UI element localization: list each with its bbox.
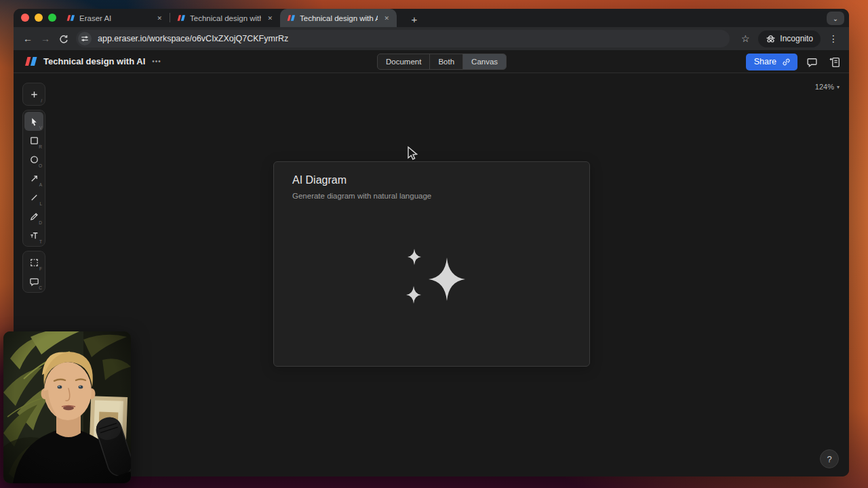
tool-shortcut: R <box>39 144 42 149</box>
incognito-icon <box>766 34 776 43</box>
view-mode-toggle: Document Both Canvas <box>377 54 507 70</box>
reload-icon[interactable] <box>54 30 72 47</box>
comment-icon <box>29 277 39 287</box>
browser-menu-icon[interactable]: ⋮ <box>825 30 842 47</box>
tool-shortcut: / <box>41 98 42 103</box>
zoom-level: 124% <box>815 83 834 91</box>
app-header: Technical design with AI ••• Document Bo… <box>14 50 849 73</box>
minimize-window-button[interactable] <box>35 14 43 22</box>
line-tool-button[interactable]: L <box>24 188 43 207</box>
bookmark-star-icon[interactable]: ☆ <box>736 30 754 47</box>
add-tool-button[interactable]: / <box>24 85 43 104</box>
notes-panel-icon[interactable] <box>826 53 844 70</box>
ellipse-tool-button[interactable]: O <box>24 150 43 169</box>
traffic-lights <box>21 14 56 22</box>
tab-strip: Eraser AI ✕ Technical design with AI — E… <box>14 9 849 27</box>
tool-shortcut: V <box>39 125 42 130</box>
circle-icon <box>29 155 39 165</box>
tab-search-chevron-icon[interactable]: ⌄ <box>827 12 844 25</box>
url-text: app.eraser.io/workspace/o6vCIxZXojQ7CKFy… <box>98 34 288 43</box>
draw-tool-button[interactable]: D <box>24 207 43 226</box>
eraser-favicon <box>66 14 75 22</box>
desktop: { "browser": { "tabs": [ { "title": "Era… <box>0 0 868 488</box>
frame-tool-button[interactable]: F <box>24 253 43 272</box>
rectangle-tool-button[interactable]: R <box>24 131 43 150</box>
tool-shortcut: A <box>39 182 42 187</box>
close-window-button[interactable] <box>21 14 29 22</box>
comments-icon[interactable] <box>803 53 821 70</box>
share-label: Share <box>754 57 776 66</box>
toolbar-group-annotate: F C <box>22 251 45 293</box>
tab-title: Technical design with AI — Er <box>190 14 261 22</box>
help-button[interactable]: ? <box>820 449 839 468</box>
tabs: Eraser AI ✕ Technical design with AI — E… <box>60 9 397 27</box>
arrow-icon <box>29 174 39 184</box>
close-tab-icon[interactable]: ✕ <box>382 14 391 22</box>
tab-title: Technical design with AI — Er <box>300 14 378 22</box>
share-button[interactable]: Share <box>746 54 797 70</box>
mouse-cursor <box>406 146 420 162</box>
line-icon <box>29 192 39 203</box>
chevron-down-icon: ▾ <box>837 84 840 90</box>
zoom-window-button[interactable] <box>48 14 56 22</box>
comment-tool-button[interactable]: C <box>24 272 43 291</box>
forward-icon[interactable]: → <box>37 30 54 47</box>
tab-technical-design-2-active[interactable]: Technical design with AI — Er ✕ <box>280 9 397 27</box>
close-tab-icon[interactable]: ✕ <box>265 14 275 22</box>
header-actions: Share <box>746 50 844 73</box>
pencil-icon <box>29 211 39 222</box>
arrow-tool-button[interactable]: A <box>24 169 43 188</box>
select-tool-button[interactable]: V <box>24 112 43 131</box>
ai-diagram-card[interactable]: AI Diagram Generate diagram with natural… <box>273 161 590 367</box>
incognito-badge: Incognito <box>758 30 821 47</box>
ai-card-subtitle: Generate diagram with natural language <box>292 192 431 200</box>
tool-shortcut: F <box>39 266 42 271</box>
sparkles-icon <box>394 242 475 317</box>
tool-shortcut: D <box>39 220 42 225</box>
view-mode-canvas[interactable]: Canvas <box>463 54 506 69</box>
rectangle-icon <box>29 136 39 146</box>
eraser-logo <box>24 56 38 66</box>
close-tab-icon[interactable]: ✕ <box>155 14 164 22</box>
text-icon <box>29 230 39 241</box>
toolbar-group-tools: V R O A L D T <box>22 110 45 247</box>
site-settings-icon[interactable] <box>78 32 92 45</box>
text-tool-button[interactable]: T <box>24 226 43 245</box>
plus-icon <box>29 89 39 100</box>
tool-shortcut: C <box>39 285 42 290</box>
toolbar-group-add: / <box>22 83 45 106</box>
link-icon <box>782 58 791 66</box>
back-icon[interactable]: ← <box>19 30 37 47</box>
canvas-area[interactable]: / V R O A L <box>14 73 849 476</box>
tab-technical-design-1[interactable]: Technical design with AI — Er ✕ <box>170 9 280 27</box>
tool-shortcut: T <box>39 239 42 244</box>
view-mode-both[interactable]: Both <box>430 54 463 69</box>
tool-shortcut: O <box>39 163 42 168</box>
frame-icon <box>29 258 39 268</box>
cursor-icon <box>29 117 39 127</box>
eraser-favicon <box>177 14 186 22</box>
address-bar-row: ← → app.eraser.io/workspace/o6vCIxZXojQ7… <box>14 27 849 50</box>
new-tab-button[interactable]: + <box>407 12 422 26</box>
tab-title: Eraser AI <box>79 14 151 22</box>
tool-shortcut: L <box>39 201 42 206</box>
document-menu-icon[interactable]: ••• <box>148 56 165 66</box>
incognito-label: Incognito <box>780 34 813 43</box>
view-mode-document[interactable]: Document <box>378 54 430 69</box>
document-title: Technical design with AI <box>43 56 145 66</box>
zoom-control[interactable]: 124% ▾ <box>815 83 840 91</box>
tab-eraser-ai[interactable]: Eraser AI ✕ <box>60 9 170 27</box>
presenter-video <box>3 331 131 483</box>
ai-card-title: AI Diagram <box>292 174 347 186</box>
webcam-overlay <box>3 331 131 483</box>
browser-window: Eraser AI ✕ Technical design with AI — E… <box>14 9 849 476</box>
url-bar[interactable]: app.eraser.io/workspace/o6vCIxZXojQ7CKFy… <box>76 30 730 47</box>
eraser-favicon <box>287 14 296 22</box>
